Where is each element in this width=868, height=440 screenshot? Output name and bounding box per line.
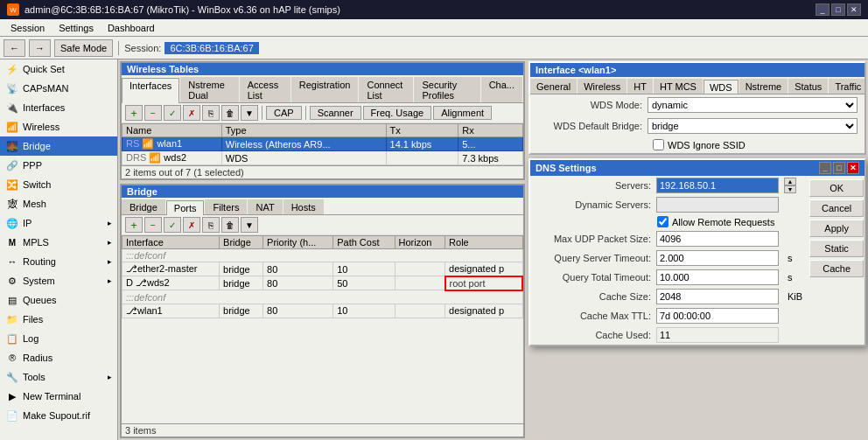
dns-cancel-button[interactable]: Cancel [809,199,864,217]
sidebar-item-make-supout[interactable]: 📄 Make Supout.rif [0,406,117,425]
dns-servers-spin-up[interactable]: ▲ [784,178,796,185]
wlan-tab-general[interactable]: General [530,79,577,94]
bridge-tab-hosts[interactable]: Hosts [284,199,324,214]
sidebar-item-new-terminal[interactable]: ▶ New Terminal [0,387,117,406]
wlan-tab-ht-mcs[interactable]: HT MCS [654,79,703,94]
sidebar-item-quick-set[interactable]: ⚡ Quick Set [0,59,117,79]
dns-cache-button[interactable]: Cache [809,260,864,277]
filter-button[interactable]: ▼ [241,105,258,121]
sidebar-item-tools[interactable]: 🔧 Tools ▸ [0,367,117,387]
wlan-tab-traffic[interactable]: Traffic [829,79,864,94]
sidebar-item-ip[interactable]: 🌐 IP ▸ [0,213,117,233]
bridge-enable-button[interactable]: ✓ [164,217,181,233]
tab-access-list[interactable]: Access List [240,77,290,102]
tab-cha[interactable]: Cha... [481,77,522,102]
table-row[interactable]: ⎇wlan1 bridge 80 10 designated p [122,304,523,318]
tab-registration[interactable]: Registration [291,77,359,102]
bridge-copy-button[interactable]: ⎘ [202,217,220,233]
dns-dynamic-servers-row: Dynamic Servers: [530,195,809,214]
dns-cache-size-input[interactable] [656,289,779,304]
tab-security-profiles[interactable]: Security Profiles [414,77,480,102]
table-row[interactable]: D ⎇wds2 bridge 80 50 root port [122,276,523,290]
menu-settings[interactable]: Settings [52,21,101,35]
bridge-add-button[interactable]: + [125,217,143,233]
cap-button[interactable]: CAP [266,106,302,120]
wireless-table-scroll[interactable]: Name Type Tx Rx RS 📶 wlan1 [122,123,523,165]
safe-mode-button[interactable]: Safe Mode [54,39,113,57]
maximize-button[interactable]: □ [831,3,845,16]
dns-servers-input[interactable] [656,178,779,193]
freq-usage-button[interactable]: Freq. Usage [363,106,432,120]
remove-button[interactable]: − [144,105,162,121]
bridge-tab-ports[interactable]: Ports [166,200,205,215]
table-row[interactable]: DRS 📶 wds2 WDS 7.3 kbps [122,151,523,165]
sidebar-item-interfaces[interactable]: 🔌 Interfaces [0,98,117,117]
scanner-button[interactable]: Scanner [310,106,361,120]
dns-close-btn[interactable]: ✕ [847,162,859,174]
sidebar-item-files[interactable]: 📁 Files [0,310,117,329]
sidebar-item-log[interactable]: 📋 Log [0,329,117,348]
sidebar-item-ppp[interactable]: 🔗 PPP [0,156,117,175]
window-controls[interactable]: _ □ ✕ [816,3,861,16]
dns-dynamic-input[interactable] [656,197,779,213]
wlan-tab-wds[interactable]: WDS [704,80,738,94]
bridge-tab-filters[interactable]: Filters [205,199,247,214]
add-button[interactable]: + [125,105,143,121]
dns-apply-button[interactable]: Apply [809,220,864,237]
bridge-table-scroll[interactable]: Interface Bridge Priority (h... Path Cos… [122,235,523,423]
dns-ok-button[interactable]: OK [809,179,864,197]
wds-ignore-ssid-checkbox[interactable] [653,139,664,150]
wlan-tab-status[interactable]: Status [788,79,828,94]
dns-allow-remote-checkbox[interactable] [657,216,668,227]
sidebar-item-system[interactable]: ⚙ System ▸ [0,271,117,290]
tab-connect-list[interactable]: Connect List [359,77,413,102]
dns-cache-ttl-input[interactable] [656,308,779,324]
wlan-tab-ht[interactable]: HT [627,79,653,94]
delete-button[interactable]: 🗑 [221,105,239,121]
alignment-button[interactable]: Alignment [433,106,492,120]
bridge-tab-bridge[interactable]: Bridge [122,199,165,214]
close-button[interactable]: ✕ [847,3,861,16]
sidebar-item-mesh[interactable]: 🕸 Mesh [0,194,117,213]
wds-mode-select[interactable]: dynamic disabled static [648,97,858,113]
sidebar-item-routing[interactable]: ↔ Routing ▸ [0,252,117,271]
dns-query-total-input[interactable] [656,269,779,285]
disable-button[interactable]: ✗ [183,105,200,121]
main-toolbar: ← → Safe Mode Session: 6C:3B:6B:16:BA:67 [0,37,868,59]
dns-minimize-btn[interactable]: _ [819,162,831,174]
sidebar-item-bridge[interactable]: 🌉 Bridge [0,136,117,156]
dns-query-server-input[interactable] [656,250,779,266]
table-row[interactable]: ⎇ether2-master bridge 80 10 designated p [122,262,523,276]
tab-nstreme-dual[interactable]: Nstreme Dual [180,77,238,102]
app-icon: W [7,3,19,16]
copy-button[interactable]: ⎘ [202,105,220,121]
menu-session[interactable]: Session [4,21,52,35]
dns-static-button[interactable]: Static [809,240,864,257]
enable-button[interactable]: ✓ [164,105,181,121]
bridge-remove-button[interactable]: − [144,217,162,233]
wds-bridge-select[interactable]: bridge [648,118,858,134]
wlan-tab-nstreme[interactable]: Nstreme [739,79,788,94]
menu-dashboard[interactable]: Dashboard [101,21,162,35]
back-button[interactable]: ← [4,39,25,57]
bridge-col-pathcost: Path Cost [333,236,395,249]
sidebar-item-wireless[interactable]: 📶 Wireless [0,117,117,136]
minimize-button[interactable]: _ [816,3,830,16]
tab-interfaces[interactable]: Interfaces [122,78,179,103]
bridge-tab-nat[interactable]: NAT [248,199,282,214]
sidebar-item-capsman[interactable]: 📡 CAPsMAN [0,79,117,98]
bridge-disable-button[interactable]: ✗ [183,217,200,233]
bridge-filter-button[interactable]: ▼ [241,217,258,233]
sidebar-item-queues[interactable]: ▤ Queues [0,290,117,310]
dns-query-total-label: Query Total Timeout: [537,272,651,283]
dns-max-udp-input[interactable] [656,231,779,247]
wlan-tab-wireless[interactable]: Wireless [578,79,626,94]
sidebar-item-radius[interactable]: ® Radius [0,348,117,367]
sidebar-item-mpls[interactable]: M MPLS ▸ [0,233,117,252]
dns-servers-spin-down[interactable]: ▼ [784,185,796,193]
bridge-delete-button[interactable]: 🗑 [221,217,239,233]
table-row[interactable]: RS 📶 wlan1 Wireless (Atheros AR9... 14.1… [122,137,523,151]
sidebar-item-switch[interactable]: 🔀 Switch [0,175,117,194]
forward-button[interactable]: → [29,39,51,57]
dns-maximize-btn[interactable]: □ [833,162,845,174]
